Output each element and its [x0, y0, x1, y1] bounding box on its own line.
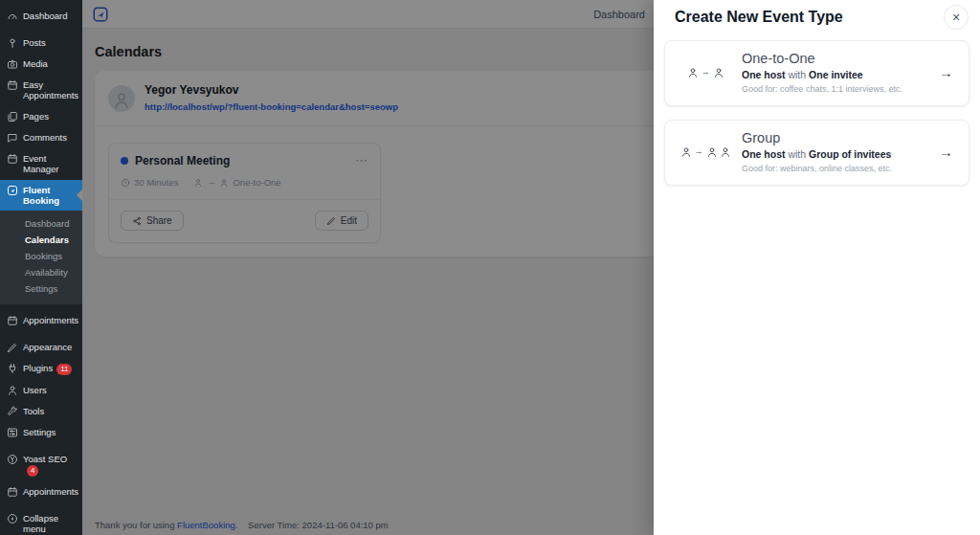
arrow-right-icon: → — [695, 147, 703, 156]
collapse-icon — [7, 513, 18, 524]
create-event-type-drawer: Create New Event Type ✕ → One-to-One One… — [654, 0, 980, 535]
option-card-group[interactable]: → Group One host with Group of invitees … — [664, 120, 969, 186]
option-description: Good for: webinars, online classes, etc. — [742, 164, 929, 173]
option-title: One-to-One — [742, 51, 929, 66]
sidebar-item-event-manager[interactable]: Event Manager — [0, 148, 82, 180]
yoast-icon — [7, 454, 18, 465]
person-icon — [680, 146, 692, 158]
person-icon — [706, 146, 718, 158]
submenu-item-calendars[interactable]: Calendars — [0, 232, 82, 248]
close-button[interactable]: ✕ — [944, 5, 969, 30]
pin-icon — [7, 37, 18, 49]
admin-sidebar: Dashboard Posts Media Easy Appointments … — [0, 0, 82, 535]
sidebar-item-collapse-menu[interactable]: Collapse menu — [0, 508, 82, 535]
submenu-item-settings[interactable]: Settings — [0, 280, 82, 297]
camera-icon — [7, 58, 18, 70]
sidebar-item-settings[interactable]: Settings — [0, 422, 82, 443]
calendar-icon — [7, 315, 18, 326]
sidebar-item-appointments[interactable]: Appointments — [0, 310, 82, 331]
sidebar-item-plugins[interactable]: Plugins11 — [0, 358, 82, 379]
submenu-item-dashboard[interactable]: Dashboard — [0, 215, 82, 232]
one-to-one-icon: → — [679, 67, 732, 78]
option-title: Group — [742, 130, 929, 145]
person-icon — [720, 146, 731, 158]
dashboard-icon — [7, 11, 18, 22]
option-description: Good for: coffee chats, 1:1 interviews, … — [742, 84, 929, 94]
brush-icon — [7, 342, 18, 353]
plug-icon — [7, 363, 18, 374]
sidebar-item-users[interactable]: Users — [0, 380, 82, 401]
sidebar-item-yoast-seo[interactable]: Yoast SEO4 — [0, 449, 82, 481]
option-text: One-to-One One host with One invitee Goo… — [742, 51, 929, 94]
drawer-body: → One-to-One One host with One invitee G… — [654, 34, 980, 191]
fluent-booking-submenu: Dashboard Calendars Bookings Availabilit… — [0, 211, 82, 304]
arrow-right-icon: → — [702, 68, 710, 77]
person-icon — [687, 67, 699, 78]
option-subtitle: One host with One invitee — [742, 69, 929, 80]
close-icon: ✕ — [951, 11, 960, 24]
comment-icon — [7, 132, 18, 144]
wrench-icon — [7, 406, 18, 417]
yoast-notification-badge: 4 — [27, 465, 38, 477]
group-icon: → — [679, 146, 732, 158]
drawer-title: Create New Event Type — [675, 9, 843, 26]
pages-icon — [7, 111, 18, 123]
option-subtitle: One host with Group of invitees — [742, 148, 929, 160]
person-icon — [713, 67, 724, 78]
option-card-one-to-one[interactable]: → One-to-One One host with One invitee G… — [664, 40, 969, 106]
go-arrow-icon: → — [939, 144, 953, 160]
sidebar-item-appearance[interactable]: Appearance — [0, 337, 82, 358]
sidebar-item-easy-appointments[interactable]: Easy Appointments — [0, 75, 82, 106]
sidebar-item-pages[interactable]: Pages — [0, 106, 82, 127]
option-text: Group One host with Group of invitees Go… — [742, 130, 929, 173]
sidebar-item-dashboard[interactable]: Dashboard — [0, 6, 82, 27]
sidebar-item-media[interactable]: Media — [0, 54, 82, 75]
screen: Dashboard Posts Media Easy Appointments … — [0, 0, 980, 535]
calendar-icon — [7, 486, 18, 498]
sidebar-item-posts[interactable]: Posts — [0, 33, 82, 54]
drawer-header: Create New Event Type ✕ — [654, 0, 980, 34]
fluent-booking-icon — [7, 185, 18, 196]
sidebar-item-tools[interactable]: Tools — [0, 401, 82, 422]
user-icon — [7, 385, 18, 396]
submenu-item-bookings[interactable]: Bookings — [0, 248, 82, 264]
go-arrow-icon: → — [939, 64, 953, 80]
sliders-icon — [7, 427, 18, 438]
calendar-icon — [7, 153, 18, 165]
sidebar-item-comments[interactable]: Comments — [0, 127, 82, 148]
sidebar-item-fluent-booking[interactable]: Fluent Booking — [0, 180, 82, 212]
sidebar-item-appointments-2[interactable]: Appointments — [0, 481, 82, 502]
calendar-icon — [7, 79, 18, 91]
submenu-item-availability[interactable]: Availability — [0, 264, 82, 280]
plugins-update-badge: 11 — [56, 364, 72, 375]
